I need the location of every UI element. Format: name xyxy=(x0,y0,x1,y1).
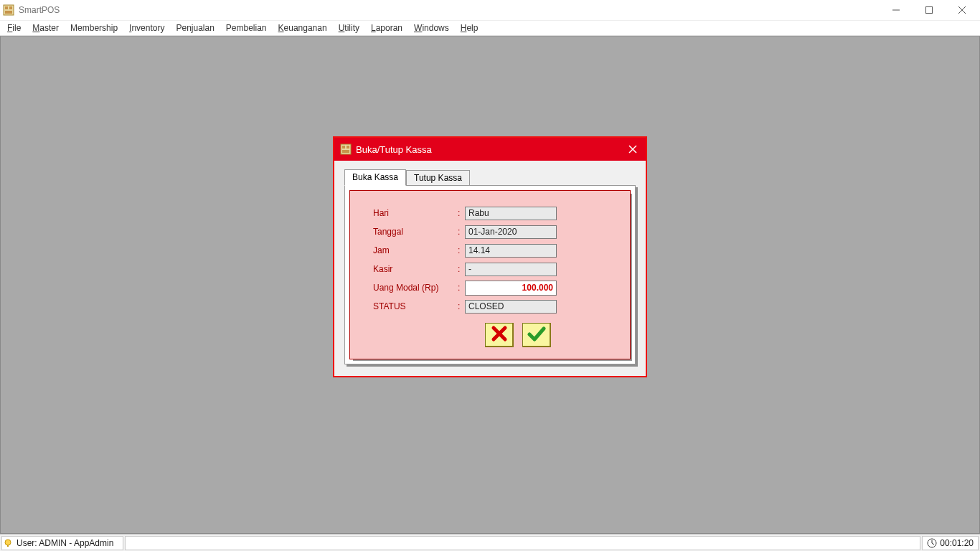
tab-strip: Buka Kassa Tutup Kassa xyxy=(344,168,636,185)
svg-rect-3 xyxy=(5,11,12,14)
app-title: SmartPOS xyxy=(19,5,60,15)
tab-buka-kassa[interactable]: Buka Kassa xyxy=(344,169,406,186)
svg-rect-11 xyxy=(342,150,349,153)
cross-icon xyxy=(491,325,508,345)
menu-penjualan[interactable]: Penjualan xyxy=(170,21,220,35)
bulb-icon xyxy=(4,539,12,547)
status-time-text: 00:01:20 xyxy=(940,538,974,548)
menu-pembelian[interactable]: Pembelian xyxy=(220,21,273,35)
label-hari: Hari xyxy=(373,208,458,218)
svg-line-20 xyxy=(932,543,934,545)
svg-rect-10 xyxy=(347,146,349,149)
dialog-icon xyxy=(340,143,352,155)
check-icon xyxy=(527,325,546,345)
form-panel: Hari : Rabu Tanggal : 01-Jan-2020 Jam : xyxy=(349,190,631,359)
status-user-panel: User: ADMIN - AppAdmin xyxy=(1,536,123,550)
status-clock-panel: 00:01:20 xyxy=(922,536,979,550)
label-jam: Jam xyxy=(373,245,458,255)
dialog-title-bar[interactable]: Buka/Tutup Kassa xyxy=(334,138,646,161)
label-tanggal: Tanggal xyxy=(373,227,458,237)
value-jam: 14.14 xyxy=(465,244,557,258)
status-bar: User: ADMIN - AppAdmin 00:01:20 xyxy=(0,534,980,551)
app-icon xyxy=(3,4,14,16)
status-spacer xyxy=(125,536,920,550)
maximize-button[interactable] xyxy=(913,0,946,20)
svg-rect-2 xyxy=(9,6,12,9)
svg-point-16 xyxy=(5,540,11,545)
menu-file[interactable]: File xyxy=(1,21,27,35)
cancel-button[interactable] xyxy=(485,323,514,347)
svg-rect-5 xyxy=(926,7,933,14)
close-button[interactable] xyxy=(946,0,979,20)
minimize-button[interactable] xyxy=(880,0,913,20)
confirm-button[interactable] xyxy=(522,323,551,347)
menu-membership[interactable]: Membership xyxy=(65,21,123,35)
menu-bar: File Master Membership Inventory Penjual… xyxy=(0,20,980,36)
label-kasir: Kasir xyxy=(373,264,458,274)
value-kasir: - xyxy=(465,263,557,276)
menu-windows[interactable]: Windows xyxy=(408,21,455,35)
label-status: STATUS xyxy=(373,301,458,311)
main-title-bar: SmartPOS xyxy=(0,0,980,20)
value-hari: Rabu xyxy=(465,207,557,220)
status-user-text: User: ADMIN - AppAdmin xyxy=(17,538,113,548)
value-status: CLOSED xyxy=(465,300,557,314)
menu-keuanganan[interactable]: Keuanganan xyxy=(273,21,333,35)
tab-tutup-kassa[interactable]: Tutup Kassa xyxy=(406,170,470,186)
svg-rect-9 xyxy=(342,146,345,149)
value-tanggal: 01-Jan-2020 xyxy=(465,225,557,239)
mdi-client-area: Buka/Tutup Kassa Buka Kassa Tutup Kassa … xyxy=(0,36,980,534)
clock-icon xyxy=(927,538,937,548)
menu-help[interactable]: Help xyxy=(455,21,484,35)
input-uang-modal[interactable] xyxy=(465,281,557,296)
dialog-title-text: Buka/Tutup Kassa xyxy=(356,144,432,155)
svg-rect-1 xyxy=(5,6,8,9)
menu-master[interactable]: Master xyxy=(27,21,65,35)
label-uang-modal: Uang Modal (Rp) xyxy=(373,283,458,293)
svg-rect-17 xyxy=(7,545,9,547)
menu-utility[interactable]: Utility xyxy=(333,21,365,35)
buka-tutup-kassa-dialog: Buka/Tutup Kassa Buka Kassa Tutup Kassa … xyxy=(333,136,647,377)
menu-inventory[interactable]: Inventory xyxy=(123,21,170,35)
dialog-close-button[interactable] xyxy=(621,138,644,161)
menu-laporan[interactable]: Laporan xyxy=(365,21,408,35)
